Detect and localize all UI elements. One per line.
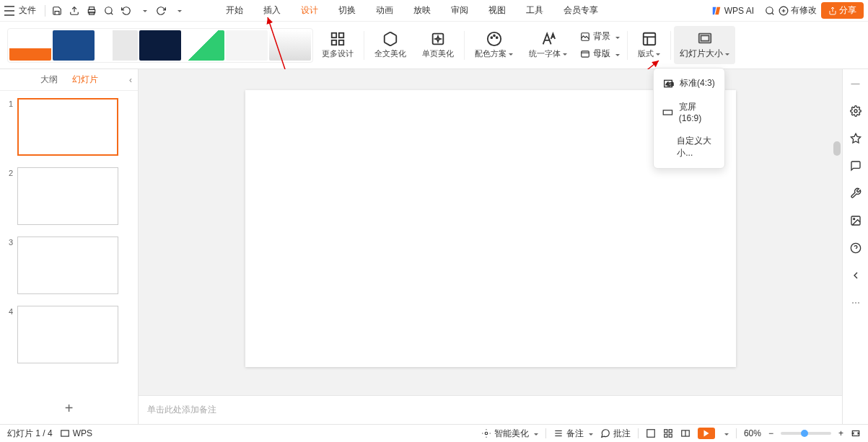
smart-beautify-button[interactable]: 智能美化 xyxy=(481,428,538,440)
undo-icon[interactable] xyxy=(118,3,134,19)
tab-member[interactable]: 会员专享 xyxy=(553,0,608,22)
add-slide-button[interactable]: + xyxy=(0,393,138,424)
svg-rect-12 xyxy=(332,40,336,45)
more-designs-button[interactable]: 更多设计 xyxy=(315,25,361,66)
tab-start[interactable]: 开始 xyxy=(216,0,253,22)
slide-counter: 幻灯片 1 / 4 xyxy=(7,428,53,440)
cube-icon xyxy=(382,31,398,47)
tab-transition[interactable]: 切换 xyxy=(328,0,366,22)
size-custom-option[interactable]: 自定义大小... xyxy=(654,129,724,165)
svg-rect-47 xyxy=(665,434,667,437)
svg-line-7 xyxy=(772,12,774,14)
undo-dropdown[interactable] xyxy=(136,3,152,19)
rail-minus-icon[interactable]: — xyxy=(849,76,863,91)
tab-slideshow[interactable]: 放映 xyxy=(403,0,441,22)
view-reading-icon[interactable] xyxy=(680,428,691,438)
rail-star-icon[interactable] xyxy=(849,131,863,146)
rail-chat-icon[interactable] xyxy=(849,159,863,173)
svg-point-15 xyxy=(487,32,500,45)
slide-thumb-2[interactable] xyxy=(17,167,118,225)
svg-rect-48 xyxy=(669,434,672,437)
comments-toggle[interactable]: 批注 xyxy=(600,428,631,440)
size-wide-option[interactable]: 宽屏(16:9) xyxy=(654,95,724,129)
preview-icon[interactable] xyxy=(101,3,117,19)
redo-icon[interactable] xyxy=(153,3,169,19)
search-icon[interactable] xyxy=(762,3,778,19)
tab-animation[interactable]: 动画 xyxy=(366,0,403,22)
slides-tab[interactable]: 幻灯片 xyxy=(72,74,98,86)
wps-ai-button[interactable]: WPS AI xyxy=(711,6,754,16)
rail-help-icon[interactable] xyxy=(849,241,863,255)
more-qa-dropdown[interactable] xyxy=(170,3,186,19)
zoom-in-button[interactable]: + xyxy=(838,428,843,438)
share-button[interactable]: 分享 xyxy=(821,2,864,19)
theme-gallery[interactable] xyxy=(7,28,313,63)
slide-thumb-1[interactable] xyxy=(17,98,118,156)
play-slideshow-button[interactable] xyxy=(698,428,715,439)
tab-review[interactable]: 审阅 xyxy=(441,0,478,22)
zoom-slider[interactable] xyxy=(781,432,831,435)
svg-point-33 xyxy=(854,110,857,112)
svg-rect-46 xyxy=(669,430,672,433)
grid-icon xyxy=(330,31,346,47)
slide-size-dropdown: 4:3 标准(4:3) 宽屏(16:9) 自定义大小... xyxy=(653,68,725,169)
font-icon xyxy=(540,31,556,47)
unify-font-button[interactable]: 统一字体 xyxy=(522,25,574,66)
zoom-out-button[interactable]: − xyxy=(768,428,773,438)
svg-rect-11 xyxy=(339,33,343,37)
layout-button[interactable]: 版式 xyxy=(631,25,667,66)
svg-marker-34 xyxy=(851,133,860,143)
background-button[interactable]: 背景 xyxy=(580,29,620,45)
svg-rect-20 xyxy=(582,50,589,56)
slide-size-icon xyxy=(697,30,713,46)
svg-rect-45 xyxy=(665,430,667,433)
page-sparkle-icon xyxy=(430,31,446,47)
tab-view[interactable]: 视图 xyxy=(478,0,516,22)
save-icon[interactable] xyxy=(49,3,65,19)
rail-more-icon[interactable]: ⋯ xyxy=(849,296,863,310)
slide-thumb-4[interactable] xyxy=(17,306,118,363)
tab-tools[interactable]: 工具 xyxy=(516,0,553,22)
view-sorter-icon[interactable] xyxy=(663,428,673,438)
wps-status[interactable]: WPS xyxy=(60,428,92,438)
tab-insert[interactable]: 插入 xyxy=(253,0,291,22)
size-standard-option[interactable]: 4:3 标准(4:3) xyxy=(654,71,724,95)
print-icon[interactable] xyxy=(84,3,100,19)
slide-thumb-3[interactable] xyxy=(17,237,118,294)
layout-icon xyxy=(641,31,657,47)
page-beautify-button[interactable]: 单页美化 xyxy=(415,25,461,66)
rail-collapse-icon[interactable] xyxy=(849,268,863,283)
play-dropdown[interactable] xyxy=(722,428,729,438)
thumb-num-1: 1 xyxy=(6,98,13,108)
hamburger-icon[interactable] xyxy=(4,6,14,16)
svg-point-40 xyxy=(485,432,488,435)
tab-design[interactable]: 设计 xyxy=(291,0,328,22)
svg-rect-13 xyxy=(339,40,343,45)
svg-rect-26 xyxy=(701,35,709,40)
svg-rect-39 xyxy=(61,430,69,436)
view-normal-icon[interactable] xyxy=(646,428,656,438)
svg-point-4 xyxy=(105,6,112,13)
notes-toggle[interactable]: 备注 xyxy=(553,428,593,440)
slide-size-button[interactable]: 幻灯片大小 xyxy=(674,26,735,64)
rail-image-icon[interactable] xyxy=(849,213,863,228)
export-icon[interactable] xyxy=(66,3,82,19)
thumb-num-3: 3 xyxy=(6,237,13,247)
fit-window-icon[interactable] xyxy=(851,428,861,438)
palette-icon xyxy=(486,31,502,47)
color-scheme-button[interactable]: 配色方案 xyxy=(468,25,520,66)
modified-badge[interactable]: 有修改 xyxy=(779,4,817,17)
outline-tab[interactable]: 大纲 xyxy=(40,74,58,86)
close-panel-icon[interactable]: ‹ xyxy=(129,75,132,85)
rail-settings-icon[interactable] xyxy=(849,104,863,118)
file-menu[interactable]: 文件 xyxy=(19,4,36,17)
svg-marker-51 xyxy=(703,430,709,437)
svg-rect-10 xyxy=(332,33,336,37)
master-button[interactable]: 母版 xyxy=(580,46,620,62)
notes-input[interactable]: 单击此处添加备注 xyxy=(139,395,842,424)
full-beautify-button[interactable]: 全文美化 xyxy=(367,25,413,66)
rail-tools-icon[interactable] xyxy=(849,186,863,200)
svg-rect-22 xyxy=(643,33,655,45)
svg-rect-52 xyxy=(852,431,859,436)
scrollbar-v[interactable] xyxy=(833,141,841,156)
